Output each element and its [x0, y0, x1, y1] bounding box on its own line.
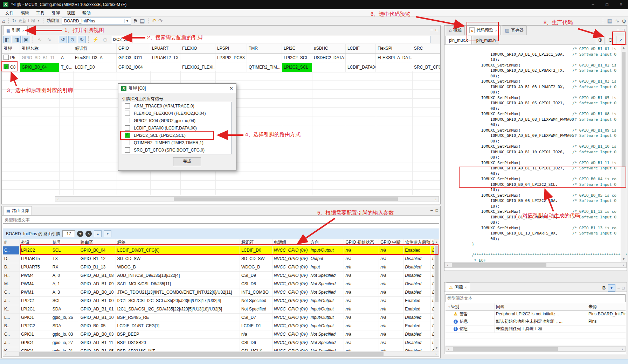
table-row[interactable]: B.. LPI2C2 SDA GPIO_B0_05 LCDIF_D1/BT_CF…	[3, 322, 436, 330]
col-identifier[interactable]: 标识符	[73, 44, 117, 53]
close-icon[interactable]: ×	[22, 28, 24, 33]
code-hscrollbar[interactable]: ‹ ›	[444, 262, 627, 268]
col-flexio[interactable]: FLEXIO	[180, 44, 215, 53]
clocks-perspective-icon[interactable]: ∿	[615, 18, 620, 24]
col-src[interactable]: SRC	[412, 44, 440, 53]
tab-pin-mux-h[interactable]: pin_mux.h	[473, 36, 499, 44]
rotate-right-icon[interactable]: ↻	[78, 36, 86, 43]
bold-filter-icon[interactable]: B	[602, 285, 606, 290]
close-icon[interactable]: ×	[495, 28, 497, 33]
list-item[interactable]: LPI2C2_SCL (LPI2C2,SCL)	[122, 132, 232, 139]
add-pin-icon[interactable]: +	[77, 231, 83, 237]
zoom-in-icon[interactable]: ⊕	[596, 36, 605, 44]
minimize-icon[interactable]: –	[586, 0, 600, 9]
maximize-view-icon[interactable]: □	[436, 27, 438, 32]
pins-hscrollbar[interactable]: ‹ ›	[55, 196, 439, 202]
wave-bottom-icon[interactable]: ∿	[45, 36, 53, 43]
table-row[interactable]: 信息 默认初始化功能中未指定功能组，... Pins	[446, 318, 626, 326]
log-icon[interactable]: ▤	[140, 18, 145, 24]
routed-hscrollbar[interactable]: ‹ ›	[3, 351, 439, 357]
redo-icon[interactable]: ↷	[158, 18, 163, 24]
maximize-icon[interactable]: □	[600, 0, 614, 9]
tab-pins[interactable]: ▦ 引脚 ×	[3, 26, 28, 35]
update-project-button[interactable]: 更新工程	[18, 18, 35, 24]
menu-views[interactable]: 视图	[64, 9, 78, 17]
filter-funnel-icon[interactable]: ▼	[608, 284, 615, 292]
code-vscrollbar[interactable]: ▲ ▼	[621, 44, 626, 262]
col-usdhc[interactable]: uSDHC	[312, 44, 346, 53]
routed-filter-input[interactable]	[3, 216, 441, 223]
clock-icon[interactable]: ◷	[101, 36, 109, 43]
pins-perspective-icon[interactable]: ψ	[622, 18, 626, 24]
col-pin-name[interactable]: 引脚名称	[20, 44, 59, 53]
routed-vscrollbar[interactable]: ▲ ▼	[434, 239, 439, 351]
col-route-to[interactable]: 路由至	[79, 239, 116, 246]
col-lpi2c[interactable]: LPI2C	[282, 44, 312, 53]
col-gpio-init[interactable]: GPIO 初始状态	[344, 239, 379, 246]
col-level[interactable]: ˅ 级别	[446, 303, 495, 310]
menu-help[interactable]: 帮助	[79, 9, 94, 17]
col-source[interactable]: 来源	[587, 303, 626, 310]
pin-checkbox[interactable]	[4, 55, 9, 60]
rotate-left-icon[interactable]: ↺	[59, 36, 67, 43]
functional-group-select[interactable]: BOARD_InitPins ▼	[62, 17, 131, 24]
col-identifier[interactable]: 标识符	[240, 239, 272, 246]
problems-hscrollbar[interactable]: ‹ ›	[446, 346, 626, 352]
col-flexspi[interactable]: FlexSPI	[376, 44, 412, 53]
home-icon[interactable]: ⌂	[2, 18, 5, 24]
signal-checkbox[interactable]	[125, 133, 130, 138]
table-row[interactable]: D.. LPUART5 RX GPIO_B1_13 WDOG_B WDOG_B …	[3, 263, 436, 272]
export-code-icon[interactable]: ↗	[616, 36, 625, 44]
table-row[interactable]: G.. GPIO1 gpio_io, 03 GPIO_AD_B0_03 BSP_…	[3, 330, 436, 339]
maximize-view-icon[interactable]: □	[622, 27, 624, 32]
package-left-view-icon[interactable]: ◧	[3, 36, 11, 43]
col-siw[interactable]: 软件输入启动	[403, 239, 431, 246]
tab-routed-pins[interactable]: ▤ 路由引脚	[3, 206, 32, 215]
col-signal[interactable]: 信号	[51, 239, 79, 246]
table-row[interactable]: D.. LPUART5 TX GPIO_B1_12 SD_CD_SW SD_CD…	[3, 255, 436, 263]
done-button[interactable]: 完成	[173, 157, 201, 166]
table-row[interactable]: J... GPIO1 gpio_io, 27 GPIO_AD_B1_11 BSP…	[3, 339, 436, 347]
list-item[interactable]: LCDIF_DATA00 (LCDIF,DATA,00)	[122, 124, 232, 132]
signal-checkbox[interactable]	[125, 103, 130, 108]
flash-icon[interactable]: ⚡	[91, 36, 99, 43]
move-up-icon[interactable]: ▲	[94, 230, 102, 237]
tab-overview[interactable]: ⌂ 概述	[446, 26, 465, 35]
close-icon[interactable]: ×	[465, 285, 467, 289]
table-row[interactable]: H.. PWM4 A, 0 GPIO_AD_B1_08 AUD_INT/CSI_…	[3, 272, 436, 280]
col-lpuart[interactable]: LPUART	[150, 44, 180, 53]
col-gpio[interactable]: GPIO	[117, 44, 150, 53]
signal-checkbox[interactable]	[125, 111, 130, 116]
table-row[interactable]: J... LPI2C1 SCL GPIO_AD_B1_00 I2C1_SCL/C…	[3, 297, 436, 305]
pin-checkbox[interactable]	[4, 64, 9, 69]
list-item[interactable]: GPIO2_IO04 (GPIO2,gpio_io,04)	[122, 117, 232, 124]
maximize-view-icon[interactable]: □	[436, 208, 438, 213]
table-row[interactable]: K.. LPI2C1 SDA GPIO_AD_B1_01 I2C1_SDA/CS…	[3, 305, 436, 314]
col-problem[interactable]: 问题	[495, 303, 587, 310]
tab-pin-mux-c[interactable]: pin_mux.c	[446, 36, 472, 44]
wave-left-icon[interactable]: ∿	[36, 36, 44, 43]
close-icon[interactable]: ✕	[229, 86, 233, 91]
table-row[interactable]: G.. PWM1 A, 3 GPIO_AD_B0_10 JTAG_TDO/J21…	[3, 288, 436, 297]
minimize-view-icon[interactable]: –	[430, 27, 433, 32]
list-item[interactable]: FLEXIO2_FLEXIO04 (FLEXIO2,IO,04)	[122, 110, 232, 117]
package-bottom-view-icon[interactable]: ◨	[13, 36, 21, 43]
pin-row-c8[interactable]: C8 GPIO_B0_04 T_C... LCDIF_D0 GPIO2_IO04…	[2, 63, 440, 72]
col-extra[interactable]	[59, 44, 73, 53]
code-editor[interactable]: IOMUXC_GPIO_AD_B1_01_LPI2C1_SDA, /* GPIO…	[444, 44, 627, 262]
list-item[interactable]: QTIMER2_TIMER1 (TMR2,TIMER,1)	[122, 139, 232, 146]
list-item[interactable]: SRC_BT_CFG0 (SRC,BOOT_CFG,0)	[122, 146, 232, 154]
table-row[interactable]: M. PWM4 A, 1 GPIO_AD_B1_09 SAI1_MCLK/CSI…	[3, 280, 436, 288]
col-lpspi[interactable]: LPSPI	[215, 44, 247, 53]
update-project-dropdown-icon[interactable]: ▼	[37, 19, 40, 22]
pin-row-p5[interactable]: P5 GPIO_SD_B1_11 A FlexSPI_D3_A GPIO3_IO…	[2, 54, 440, 63]
menu-tools[interactable]: 工具	[33, 9, 48, 17]
tab-registers[interactable]: ▥ 寄存器	[502, 26, 527, 35]
col-peripheral[interactable]: 外设	[20, 239, 51, 246]
minimize-view-icon[interactable]: –	[617, 286, 620, 290]
tab-code-preview[interactable]: c 代码预览 ×	[466, 26, 500, 35]
undo-icon[interactable]: ↶	[152, 18, 157, 24]
col-lcdif[interactable]: LCDIF	[346, 44, 376, 53]
move-down-icon[interactable]: ▼	[104, 230, 111, 237]
tab-problems[interactable]: ⚠ 问题 ×	[446, 282, 470, 292]
